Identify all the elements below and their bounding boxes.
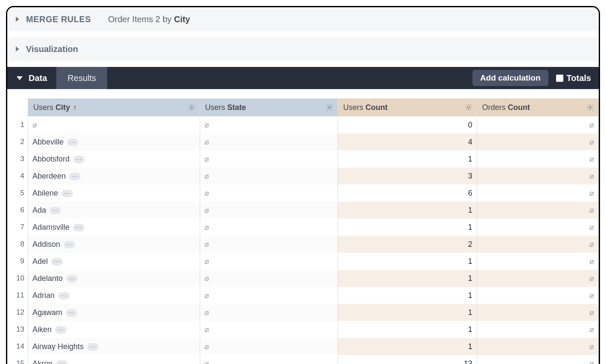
cell-users-state[interactable]: ⌀ xyxy=(200,338,338,355)
cell-users-count[interactable]: 1 xyxy=(338,338,477,355)
table-row: 9Adel⋯⌀1⌀ xyxy=(7,253,599,270)
cell-users-state[interactable]: ⌀ xyxy=(200,202,338,219)
cell-orders-count[interactable]: ⌀ xyxy=(477,304,598,321)
multi-value-pill[interactable]: ⋯ xyxy=(67,139,79,146)
cell-users-state[interactable]: ⌀ xyxy=(200,168,338,185)
cell-users-state[interactable]: ⌀ xyxy=(200,355,338,364)
cell-users-city[interactable]: Airway Heights⋯ xyxy=(28,338,200,355)
cell-orders-count[interactable]: ⌀ xyxy=(477,185,598,202)
visualization-section[interactable]: Visualization xyxy=(7,37,599,61)
cell-users-city[interactable]: Adrian⋯ xyxy=(28,287,200,304)
cell-users-count[interactable]: 1 xyxy=(338,287,477,304)
column-header-count[interactable]: Users Count xyxy=(338,98,477,116)
tab-results[interactable]: Results xyxy=(56,67,107,89)
gear-icon[interactable] xyxy=(465,104,472,111)
cell-users-count[interactable]: 13 xyxy=(338,355,477,364)
cell-users-count[interactable]: 4 xyxy=(338,133,477,150)
column-header-city[interactable]: Users City ↑ xyxy=(28,98,200,116)
column-header-state[interactable]: Users State xyxy=(200,98,338,116)
cell-users-state[interactable]: ⌀ xyxy=(200,133,338,150)
cell-users-state[interactable]: ⌀ xyxy=(200,253,338,270)
cell-users-city[interactable]: Aberdeen⋯ xyxy=(28,168,200,185)
merge-rules-section[interactable]: MERGE RULES Order Items 2 by City xyxy=(7,7,599,31)
cell-orders-count[interactable]: ⌀ xyxy=(477,287,598,304)
cell-users-city[interactable]: Agawam⋯ xyxy=(28,304,200,321)
cell-users-state[interactable]: ⌀ xyxy=(200,270,338,287)
cell-users-count[interactable]: 1 xyxy=(338,219,477,236)
cell-users-state[interactable]: ⌀ xyxy=(200,304,338,321)
cell-users-count[interactable]: 1 xyxy=(338,304,477,321)
cell-users-count[interactable]: 1 xyxy=(338,150,477,168)
cell-users-city[interactable]: Abbotsford⋯ xyxy=(28,150,200,168)
cell-users-city[interactable]: Adamsville⋯ xyxy=(28,219,200,236)
gear-icon[interactable] xyxy=(586,104,594,111)
cell-orders-count[interactable]: ⌀ xyxy=(477,202,598,219)
cell-orders-count[interactable]: ⌀ xyxy=(477,270,598,287)
multi-value-pill[interactable]: ⋯ xyxy=(61,190,73,197)
table-row: 6Ada⋯⌀1⌀ xyxy=(7,202,599,219)
cell-users-count[interactable]: 2 xyxy=(338,236,477,253)
multi-value-pill[interactable]: ⋯ xyxy=(69,173,81,180)
cell-orders-count[interactable]: ⌀ xyxy=(477,133,598,150)
gear-icon[interactable] xyxy=(188,104,195,111)
null-icon: ⌀ xyxy=(204,360,209,364)
cell-users-city[interactable]: Ada⋯ xyxy=(28,202,200,219)
multi-value-pill[interactable]: ⋯ xyxy=(87,343,99,351)
cell-users-city[interactable]: Aiken⋯ xyxy=(28,321,200,338)
cell-users-count[interactable]: 3 xyxy=(338,168,477,185)
cell-orders-count[interactable]: ⌀ xyxy=(477,116,598,133)
cell-users-count[interactable]: 1 xyxy=(338,270,477,287)
multi-value-pill[interactable]: ⋯ xyxy=(64,241,75,248)
cell-users-count[interactable]: 0 xyxy=(338,116,477,133)
cell-users-city[interactable]: Adelanto⋯ xyxy=(28,270,200,287)
column-header-count[interactable]: Orders Count xyxy=(477,98,598,116)
merge-rules-label: MERGE RULES xyxy=(26,14,91,24)
cell-users-state[interactable]: ⌀ xyxy=(200,150,338,168)
multi-value-pill[interactable]: ⋯ xyxy=(51,258,63,266)
cell-users-city[interactable]: Abbeville⋯ xyxy=(28,133,200,150)
cell-users-count[interactable]: 1 xyxy=(338,321,477,338)
multi-value-pill[interactable]: ⋯ xyxy=(50,207,61,214)
cell-users-city[interactable]: Abilene⋯ xyxy=(28,185,200,202)
null-icon: ⌀ xyxy=(204,257,209,265)
cell-orders-count[interactable]: ⌀ xyxy=(477,321,598,338)
cell-users-state[interactable]: ⌀ xyxy=(200,321,338,338)
multi-value-pill[interactable]: ⋯ xyxy=(58,292,70,300)
cell-orders-count[interactable]: ⌀ xyxy=(477,168,598,185)
row-number: 5 xyxy=(7,185,28,202)
cell-orders-count[interactable]: ⌀ xyxy=(477,338,598,355)
tab-data[interactable]: Data xyxy=(7,67,56,89)
cell-users-city[interactable]: Adel⋯ xyxy=(28,253,200,270)
cell-users-state[interactable]: ⌀ xyxy=(200,287,338,304)
multi-value-pill[interactable]: ⋯ xyxy=(55,326,67,334)
cell-users-count[interactable]: 6 xyxy=(338,185,477,202)
cell-users-count[interactable]: 1 xyxy=(338,202,477,219)
cell-users-state[interactable]: ⌀ xyxy=(200,116,338,133)
null-icon: ⌀ xyxy=(589,121,594,129)
cell-orders-count[interactable]: ⌀ xyxy=(477,236,598,253)
null-icon: ⌀ xyxy=(589,274,594,282)
cell-users-city[interactable]: Akron⋯ xyxy=(28,355,200,364)
multi-value-pill[interactable]: ⋯ xyxy=(66,275,78,283)
cell-users-state[interactable]: ⌀ xyxy=(200,236,338,253)
null-icon: ⌀ xyxy=(589,138,594,146)
cell-users-city[interactable]: Addison⋯ xyxy=(28,236,200,253)
multi-value-pill[interactable]: ⋯ xyxy=(56,360,67,364)
totals-toggle[interactable]: Totals xyxy=(556,73,591,83)
cell-users-city[interactable]: ⌀ xyxy=(28,116,200,133)
cell-orders-count[interactable]: ⌀ xyxy=(477,219,598,236)
null-icon: ⌀ xyxy=(204,309,209,316)
sort-asc-icon: ↑ xyxy=(73,103,77,112)
cell-users-state[interactable]: ⌀ xyxy=(200,185,338,202)
cell-orders-count[interactable]: ⌀ xyxy=(477,150,598,168)
multi-value-pill[interactable]: ⋯ xyxy=(73,156,84,163)
null-icon: ⌀ xyxy=(589,343,594,350)
gear-icon[interactable] xyxy=(326,104,333,111)
cell-orders-count[interactable]: ⌀ xyxy=(477,355,598,364)
cell-users-count[interactable]: 1 xyxy=(338,253,477,270)
add-calculation-button[interactable]: Add calculation xyxy=(472,70,548,86)
multi-value-pill[interactable]: ⋯ xyxy=(66,309,77,317)
multi-value-pill[interactable]: ⋯ xyxy=(73,224,84,231)
cell-orders-count[interactable]: ⌀ xyxy=(477,253,598,270)
cell-users-state[interactable]: ⌀ xyxy=(200,219,338,236)
